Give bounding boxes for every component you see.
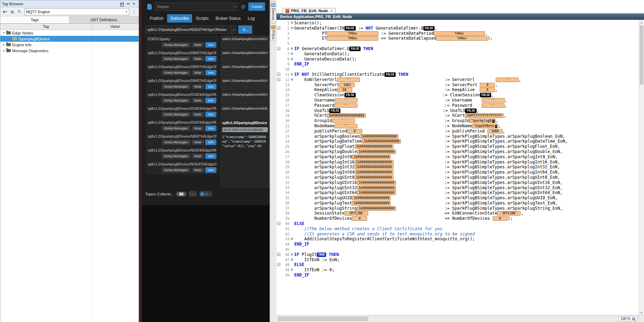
scroll-down-icon[interactable]: ▼ (639, 310, 644, 315)
monitor-value-box[interactable]: FALSE (423, 26, 435, 31)
zoom-control[interactable]: 100 % (618, 316, 637, 321)
monitor-value-box[interactable]: T#0ms (434, 31, 485, 36)
monitor-value-box[interactable]: 16#0000000000000000 (355, 165, 394, 169)
fold-toggle-icon[interactable]: − (277, 47, 280, 50)
monitor-value-box[interactable]: 0 (352, 216, 367, 221)
monitor-value-box[interactable]: 16#0000000000000000 (327, 113, 366, 118)
code-line[interactable]: 49ItfEoN := 0; (276, 267, 639, 273)
menu-button[interactable]: ⋮ (131, 8, 137, 15)
code-line[interactable]: 8GenerateDeviceData(); (276, 57, 639, 62)
monitor-value-box[interactable]: FALSE (345, 93, 356, 97)
monitor-value-box[interactable]: 0 (347, 129, 362, 134)
topic-combobox[interactable]: spBv1.0/SparkplugBDevice/NDEATH/EdgeOfNe… (145, 25, 236, 34)
code-line[interactable]: 44END_IF (276, 242, 639, 247)
minimize-button[interactable] (125, 1, 131, 6)
code-line[interactable]: −48ELSE (276, 262, 639, 267)
collector-view-button[interactable] (176, 192, 187, 196)
code-line[interactable]: 9END_IF (276, 62, 639, 67)
code-line[interactable]: 19hCert16#0000000000000000:= hCert16#FFF… (276, 113, 639, 118)
monitor-value-box[interactable]: FALSE (480, 93, 491, 97)
editor-tab[interactable]: PRG_FB_EoN_Node × (283, 8, 336, 14)
code-line[interactable]: 14KeepAlive60:= KeepAlive 0, (276, 87, 639, 92)
mute-button[interactable]: Mute (192, 98, 204, 103)
code-line[interactable]: 39NumberOfDevices0=> NumberOfDevices 0); (276, 216, 639, 221)
monitor-value-box[interactable]: FALSE (329, 108, 340, 113)
scrollbar-thumb[interactable] (640, 25, 643, 84)
code-line[interactable]: −46IF PlugItTRUE THEN (276, 252, 639, 257)
tree-item-edge-nodes[interactable]: ▾Edge Nodes (0, 30, 139, 36)
monitor-value-box[interactable]: '' (496, 78, 519, 82)
monitor-value-box[interactable]: 16#0000000000000000 (362, 139, 401, 144)
code-line[interactable]: 47ItfEoN := EoN; (276, 257, 639, 263)
tab-udt-definitions[interactable]: UDT Definitions (69, 16, 139, 23)
code-lines[interactable]: 1Scenario();−2GenerateDataTimer(INFALSE … (276, 20, 639, 315)
monitor-value-box[interactable]: '' (482, 103, 505, 108)
mute-button[interactable]: Mute (192, 139, 204, 145)
monitor-value-box[interactable]: 16#0000000000000000 (357, 150, 396, 154)
code-line[interactable]: −11IF NOT StillGettingClientCertificateF… (276, 72, 639, 77)
refresh-button[interactable]: ↻ (16, 8, 23, 15)
dump-messages-button[interactable]: Dump Messages (162, 167, 191, 173)
code-line[interactable]: 13ServerPort1883:= ServerPort 0, (276, 82, 639, 88)
code-line[interactable]: −2GenerateDataTimer(INFALSE := NOT Gener… (276, 26, 639, 31)
scroll-up-icon[interactable]: ▲ (639, 20, 644, 25)
code-line[interactable]: 30arSparkplugInt6416#0000000000000000:= … (276, 170, 639, 175)
dump-messages-button[interactable]: Dump Messages (162, 153, 191, 159)
code-line[interactable]: 21NodeName'':= NodeName'EdgeOfNetw▸, (276, 123, 639, 129)
tag-browser-titlebar[interactable]: Tag Browser × (0, 0, 139, 7)
code-line[interactable]: 22publishPeriod0:= publishPeriod 1000, (276, 129, 639, 134)
mute-button[interactable]: Mute (192, 84, 204, 89)
code-line[interactable]: 20GroupId'':= GroupId'SparkplugB▸, (276, 118, 639, 123)
message-item[interactable]: spBv1.0/SparkplugBDevice/DDAT (221, 78, 270, 90)
monitor-value-box[interactable]: FALSE (385, 72, 396, 77)
monitor-value-box[interactable]: FALSE (349, 47, 361, 51)
collector-more-button[interactable]: ... (189, 191, 197, 197)
subscribe-button[interactable]: S... (238, 25, 252, 34)
chevron-down-icon[interactable]: ▾ (124, 10, 129, 13)
unsubscribe-button[interactable]: Uns (205, 167, 216, 173)
tab-pous[interactable]: POUs (270, 24, 276, 41)
monitor-value-box[interactable]: 16#0000000000000000 (355, 170, 394, 175)
dump-messages-button[interactable]: Dump Messages (162, 84, 191, 89)
column-header-tag[interactable]: Tag (0, 24, 92, 30)
monitor-value-box[interactable]: 0 (480, 88, 495, 92)
monitor-value-box[interactable]: OFFLINE (497, 211, 521, 216)
monitor-value-box[interactable]: 16#FFFFFFFFFFFFFFFF (465, 113, 504, 118)
code-line[interactable]: 29arSparkplugInt3216#0000000000000000:= … (276, 164, 639, 170)
horizontal-scrollbar[interactable] (278, 317, 368, 321)
unsubscribe-button[interactable]: Uns (205, 126, 216, 131)
dump-messages-button[interactable]: Dump Messages (162, 70, 191, 75)
message-item[interactable]: spBv1.0/SparkplugBDevice/DDAT (221, 36, 270, 49)
code-line[interactable]: 3PTT#0ms := GenerateDataPeriodT#0ms, (276, 31, 639, 36)
monitor-value-box[interactable]: FALSE (465, 108, 476, 113)
dump-messages-button[interactable]: Dump Messages (162, 139, 191, 145)
code-line[interactable]: 15CleanSessionFALSE:= CleanSessionFALSE, (276, 92, 639, 98)
monitor-value-box[interactable]: '' (335, 124, 357, 128)
monitor-value-box[interactable]: 16#0000000000000000 (352, 155, 391, 159)
monitor-value-box[interactable]: 60 (337, 88, 352, 92)
code-line[interactable]: 41//The below method creates a Client Ce… (276, 226, 639, 232)
engine-selector[interactable]: ▾ (24, 8, 129, 15)
monitor-value-box[interactable]: '' (335, 98, 357, 103)
unsubscribe-button[interactable]: Uns (205, 42, 216, 48)
close-button[interactable]: × (131, 1, 137, 6)
monitor-value-box[interactable]: 16#0000000000000000 (355, 175, 394, 180)
monitor-value-box[interactable]: '' (335, 103, 357, 108)
monitor-value-box[interactable]: 1883 (339, 83, 355, 87)
mute-button[interactable]: Mute (192, 126, 204, 131)
code-line[interactable]: 31arSparkplugUInt816#0000000000000000:= … (276, 175, 639, 180)
code-line[interactable]: 36arSparkplugText16#0000000000000000:= S… (276, 201, 639, 206)
tree-item-sparkplugbdevice[interactable]: SparkplugBDevice (0, 36, 139, 42)
expand-value-icon[interactable]: ▸ (492, 120, 494, 123)
monitor-value-box[interactable]: 16#0000000000000000 (355, 160, 394, 164)
dump-messages-button[interactable]: Dump Messages (162, 56, 191, 62)
monitor-value-box[interactable]: '' (337, 78, 360, 82)
vertical-scrollbar[interactable]: ▲ ▼ (639, 20, 644, 315)
message-item[interactable]: spBv1.0/SparkplugBDevice/DDAT (221, 64, 270, 77)
monitor-value-box[interactable]: 16#0000000000000000 (352, 201, 391, 206)
code-line[interactable]: 37arSparkplugString16#0000000000000000:=… (276, 206, 639, 211)
code-line[interactable]: 10 (276, 67, 639, 72)
tree-item-message-diagnostics[interactable]: ▸Message Diagnostics (0, 48, 139, 54)
float-window-button[interactable] (119, 1, 125, 6)
connection-profile-select[interactable]: Debian ▾ (155, 2, 238, 11)
